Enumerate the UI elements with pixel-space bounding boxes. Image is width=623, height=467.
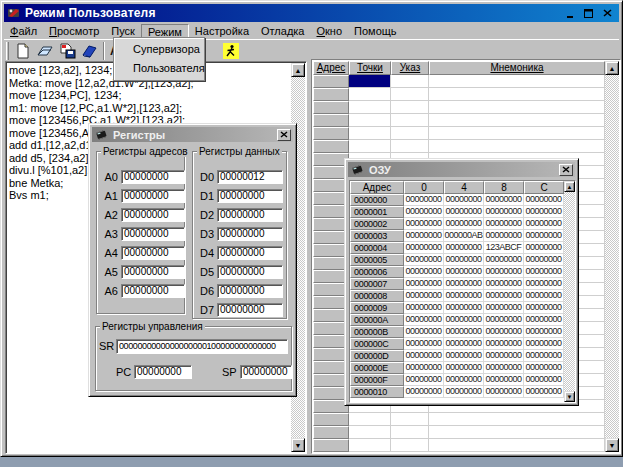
ram-value-cell[interactable]: 00000000 xyxy=(484,338,524,350)
ram-value-cell[interactable]: 00000000 xyxy=(404,302,444,314)
scroll-up-button[interactable]: ▲ xyxy=(605,61,619,75)
ram-value-cell[interactable]: 00000000 xyxy=(444,194,484,206)
ram-value-cell[interactable]: 00000000 xyxy=(484,374,524,386)
registers-dialog-titlebar[interactable]: Регистры xyxy=(92,127,293,142)
ram-value-cell[interactable]: 00000000 xyxy=(524,338,564,350)
ram-value-cell[interactable]: 00000000 xyxy=(524,302,564,314)
scroll-up-button[interactable]: ▲ xyxy=(291,63,305,77)
register-D0-field[interactable]: 00000012 xyxy=(217,170,283,184)
grid-row-header[interactable] xyxy=(313,413,349,426)
register-D2-field[interactable]: 00000000 xyxy=(217,208,283,222)
grid-cell[interactable] xyxy=(391,127,429,140)
ram-value-cell[interactable]: 00000000 xyxy=(484,230,524,242)
ram-value-cell[interactable]: 00000000 xyxy=(484,326,524,338)
ram-value-cell[interactable]: 00000000 xyxy=(404,338,444,350)
ram-value-cell[interactable]: 00000000 xyxy=(484,254,524,266)
menu-item-5[interactable]: Отладка xyxy=(255,24,310,39)
ram-value-cell[interactable]: 00000000 xyxy=(444,242,484,254)
ram-value-cell[interactable]: 00000000 xyxy=(524,290,564,302)
minimize-button[interactable] xyxy=(563,6,579,20)
grid-cell[interactable] xyxy=(349,426,391,439)
ram-value-cell[interactable]: 00000000 xyxy=(524,386,564,398)
ram-value-cell[interactable]: 00000000 xyxy=(444,386,484,398)
ram-value-cell[interactable]: 00000000 xyxy=(404,206,444,218)
grid-cell[interactable] xyxy=(429,75,605,88)
grid-cell[interactable] xyxy=(349,114,391,127)
register-D5-field[interactable]: 00000000 xyxy=(217,265,283,279)
ram-value-cell[interactable]: 00000000 xyxy=(484,302,524,314)
ram-value-cell[interactable]: 00000000 xyxy=(404,350,444,362)
grid-cell[interactable] xyxy=(429,439,605,452)
sr-register-field[interactable]: 0000000000000000000100000000000000 xyxy=(116,339,288,354)
register-D4-field[interactable]: 00000000 xyxy=(217,246,283,260)
save-icon[interactable] xyxy=(56,41,78,61)
book-icon[interactable] xyxy=(78,41,100,61)
register-A0-field[interactable]: 00000000 xyxy=(121,170,185,184)
grid-row-header[interactable] xyxy=(313,140,349,153)
ram-value-cell[interactable]: 00000000 xyxy=(444,218,484,230)
grid-cell[interactable] xyxy=(429,127,605,140)
menu-item-6[interactable]: Окно xyxy=(310,24,348,39)
register-D6-field[interactable]: 00000000 xyxy=(217,284,283,298)
close-icon[interactable] xyxy=(277,129,291,141)
menu-item-1[interactable]: Просмотр xyxy=(43,24,105,39)
ram-value-cell[interactable]: 00000000 xyxy=(524,314,564,326)
menu-item-0[interactable]: Файл xyxy=(4,24,43,39)
grid-cell[interactable] xyxy=(429,140,605,153)
ram-value-cell[interactable]: 00000000 xyxy=(524,218,564,230)
grid-cell[interactable] xyxy=(349,439,391,452)
ram-value-cell[interactable]: 00000000 xyxy=(524,374,564,386)
register-A1-field[interactable]: 00000000 xyxy=(121,189,185,203)
ram-value-cell[interactable]: 00000000 xyxy=(404,374,444,386)
register-A4-field[interactable]: 00000000 xyxy=(121,246,185,260)
grid-row-header[interactable] xyxy=(313,127,349,140)
ram-value-cell[interactable]: 00000000 xyxy=(444,350,484,362)
ram-value-cell[interactable]: 000000AB xyxy=(444,230,484,242)
grid-row-header[interactable] xyxy=(313,75,349,88)
register-A6-field[interactable]: 00000000 xyxy=(121,284,185,298)
ram-value-cell[interactable]: 00000000 xyxy=(484,350,524,362)
register-A5-field[interactable]: 00000000 xyxy=(121,265,185,279)
ram-value-cell[interactable]: 00000000 xyxy=(524,326,564,338)
ram-value-cell[interactable]: 00000000 xyxy=(444,266,484,278)
register-D3-field[interactable]: 00000000 xyxy=(217,227,283,241)
ram-value-cell[interactable]: 00000000 xyxy=(404,362,444,374)
scroll-down-button[interactable]: ▼ xyxy=(291,438,305,452)
ram-value-cell[interactable]: 00000000 xyxy=(484,278,524,290)
grid-cell[interactable] xyxy=(429,114,605,127)
grid-row-header[interactable] xyxy=(313,426,349,439)
register-A2-field[interactable]: 00000000 xyxy=(121,208,185,222)
ram-value-cell[interactable]: 00000000 xyxy=(444,278,484,290)
menu-item-7[interactable]: Помощь xyxy=(348,24,403,39)
disassembly-scrollbar[interactable]: ▲ ▼ xyxy=(605,61,619,452)
toolbar-grip[interactable] xyxy=(6,42,9,60)
ram-value-cell[interactable]: 123ABCF xyxy=(484,242,524,254)
ram-value-cell[interactable]: 00000000 xyxy=(444,374,484,386)
ram-value-cell[interactable]: 00000000 xyxy=(444,302,484,314)
grid-cell[interactable] xyxy=(429,88,605,101)
grid-cell[interactable] xyxy=(391,140,429,153)
ram-value-cell[interactable]: 00000000 xyxy=(484,386,524,398)
ram-value-cell[interactable]: 00000000 xyxy=(404,218,444,230)
app-icon[interactable] xyxy=(7,6,21,20)
grid-row-header[interactable] xyxy=(313,439,349,452)
grid-cell[interactable] xyxy=(391,101,429,114)
maximize-button[interactable] xyxy=(581,6,597,20)
ram-value-cell[interactable]: 00000000 xyxy=(444,326,484,338)
grid-row-header[interactable] xyxy=(313,101,349,114)
grid-cell[interactable] xyxy=(429,413,605,426)
grid-cell[interactable] xyxy=(391,114,429,127)
ram-value-cell[interactable]: 00000000 xyxy=(484,194,524,206)
selected-cell[interactable] xyxy=(349,75,391,88)
run-icon[interactable] xyxy=(220,41,242,61)
ram-value-cell[interactable]: 00000000 xyxy=(524,206,564,218)
ram-value-cell[interactable]: 00000000 xyxy=(404,314,444,326)
ram-value-cell[interactable]: 00000000 xyxy=(524,362,564,374)
grid-cell[interactable] xyxy=(349,413,391,426)
grid-row-header[interactable] xyxy=(313,114,349,127)
ram-value-cell[interactable]: 00000000 xyxy=(524,242,564,254)
grid-cell[interactable] xyxy=(349,140,391,153)
ram-value-cell[interactable]: 00000000 xyxy=(524,254,564,266)
ram-value-cell[interactable]: 00000000 xyxy=(484,314,524,326)
grid-cell[interactable] xyxy=(391,413,429,426)
